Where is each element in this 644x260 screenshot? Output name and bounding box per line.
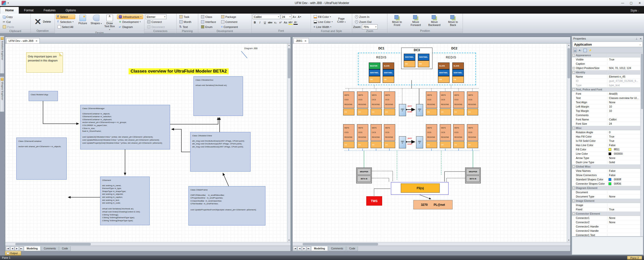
maximize-button[interactable]: ▢	[627, 0, 635, 6]
close-icon[interactable]: ✕	[304, 40, 306, 42]
class-box-celementmanager[interactable]: Class CElementManager CElementContainer …	[80, 105, 170, 149]
close-icon[interactable]: ✕	[35, 40, 37, 42]
property-row[interactable]: Standard Shapes Color 0080ff	[572, 177, 643, 182]
zoom-level-combo[interactable]: 75%▾	[362, 24, 378, 29]
comment-button[interactable]: Comment	[219, 19, 240, 24]
redis-stack-dc2-slave-1[interactable]: SLAVE SENTINEL VM	[438, 62, 450, 83]
tab-code[interactable]: Code	[59, 246, 71, 251]
diagram-corner-label[interactable]: Diagram JBB	[244, 47, 258, 50]
tab-format[interactable]: Format	[19, 7, 38, 14]
first-page-button[interactable]: |◀	[293, 247, 297, 251]
property-value[interactable]: type_text	[608, 84, 643, 87]
diagram-title[interactable]: Classes overview for UltraFluid Modeler …	[129, 68, 229, 74]
left-doc-vertical-scrollbar[interactable]: ▲ ▼	[287, 44, 291, 242]
property-value[interactable]: 10	[608, 109, 643, 112]
mefs-stack[interactable]: MEFS CICS REGIONS VM	[453, 124, 464, 148]
tab-comments[interactable]: Comments	[41, 246, 59, 251]
draw-text-box-dropdown[interactable]: ADraw Text Box ▾	[104, 14, 115, 31]
property-row[interactable]: Line Color 000000	[572, 152, 643, 156]
solution-explorer-tab[interactable]: Solution Explorer	[0, 36, 4, 74]
task-button[interactable]: Task	[178, 14, 193, 19]
property-row[interactable]: Top Margin 10	[572, 109, 643, 113]
font-name-combo[interactable]: Calibri▾	[253, 14, 280, 19]
property-row[interactable]: - Appearance	[572, 53, 643, 57]
redis-stack-dc2-slave-2[interactable]: SLAVE SENTINEL VM	[452, 62, 464, 83]
mefs-stack[interactable]: MEFS CICS REGIONS VM	[343, 91, 354, 115]
line-color-dropdown[interactable]: Line Color▾	[312, 19, 334, 24]
package-button[interactable]: Package	[219, 14, 240, 19]
property-value[interactable]: None	[608, 195, 643, 198]
mefs-stack[interactable]: MEFS CICS REGIONS VM	[440, 91, 451, 115]
move-backward-button[interactable]: Move Backward	[427, 14, 442, 26]
mefs-stack[interactable]: MEFS CICS REGIONS VM	[384, 124, 395, 148]
tab-options[interactable]: Options	[61, 7, 81, 14]
cut-button[interactable]: ✂Cut	[1, 19, 16, 24]
categorized-view-icon[interactable]: ▤	[573, 49, 577, 52]
close-icon[interactable]: ✕	[640, 37, 642, 40]
mefs-stack[interactable]: MEFS CICS REGIONS VM	[357, 91, 368, 115]
property-row[interactable]: Has Fill Color True	[572, 135, 643, 139]
property-row[interactable]: Is Fill Solid Color True	[572, 139, 643, 143]
tab-code[interactable]: Code	[346, 246, 358, 251]
property-row[interactable]: Connector1 None	[572, 216, 643, 220]
property-row[interactable]: Dash Line Type Solid	[572, 160, 643, 165]
property-row[interactable]: - Text, Police and Font	[572, 87, 643, 92]
right-doc-tab[interactable]: JBB1✕	[294, 38, 309, 43]
output-panel-tab[interactable]: Output	[5, 251, 21, 255]
property-value[interactable]: 000000	[612, 152, 643, 155]
mefs-stack[interactable]: MEFS CICS REGIONS VM	[357, 124, 368, 148]
property-pages-icon[interactable]	[583, 49, 587, 52]
property-row[interactable]: - Misc	[572, 126, 643, 130]
bold-button[interactable]: B	[253, 20, 257, 25]
right-diagram-canvas[interactable]: DC1 DC2 DC3 REDIS REDIS MASTER SENTINEL …	[293, 44, 567, 242]
redis-stack-dc1-master[interactable]: MASTER SENTINEL VM	[369, 62, 380, 83]
tab-modeling[interactable]: Modeling	[24, 246, 41, 251]
class-box-cmodelerdoc[interactable]: Class CModelerDoc virtual void Serialize…	[193, 76, 243, 116]
property-value[interactable]: None	[608, 216, 643, 219]
property-value[interactable]: False	[608, 169, 643, 172]
class-box-celementcontainer[interactable]: Class CElementContainer vector<std::shar…	[16, 138, 67, 180]
property-row[interactable]: Arrow Type None	[572, 156, 643, 160]
delete-button[interactable]: Delete	[43, 20, 51, 23]
mefs-stack[interactable]: MEFS CICS REGIONS VM	[371, 91, 382, 115]
property-value[interactable]: Element n_45	[608, 75, 643, 78]
property-row[interactable]: - Connector Element	[572, 212, 643, 216]
tab-comments[interactable]: Comments	[328, 246, 346, 251]
property-row[interactable]: Comments	[572, 113, 643, 117]
property-row[interactable]: Caption	[572, 62, 643, 66]
diagram-button[interactable]: ↵Diagram	[117, 24, 143, 29]
property-row[interactable]: Font Size 24	[572, 122, 643, 126]
class-box-modeler1app[interactable]: Class Modeler1App	[29, 91, 58, 101]
class-box-cmodeler1view[interactable]: Class CModeler1View afx_msg void OnLButt…	[190, 132, 251, 172]
next-page-button[interactable]: ▶	[15, 247, 19, 251]
property-row[interactable]: Connector1 Handle	[572, 224, 643, 229]
redis-stack-dc1-slave[interactable]: SLAVE SENTINEL VM	[383, 62, 394, 83]
left-doc-tab[interactable]: UFM Dev - with JBB✕	[6, 38, 40, 43]
mefs-stack[interactable]: MEFS CICS REGIONS VM	[343, 124, 354, 148]
dc1-label[interactable]: DC1	[374, 47, 389, 50]
move-to-back-button[interactable]: Move to Back	[446, 14, 460, 26]
property-row[interactable]: Fixed True	[572, 207, 643, 212]
terminal-3270-box[interactable]: 3270 PL@net	[413, 200, 453, 209]
wrapper-box[interactable]: WRAPPER BETA 48	[465, 168, 481, 183]
redis-stack-dc3-sentinel-2[interactable]: SENTINEL VM	[418, 54, 429, 67]
property-row[interactable]: Rotation Angle 0	[572, 130, 643, 135]
property-row[interactable]: Font Name Calibri	[572, 117, 643, 122]
shapes-dropdown[interactable]: Shapes ▾	[90, 14, 102, 25]
grow-font-button[interactable]: A▲	[292, 14, 297, 19]
property-row[interactable]: Connector2 None	[572, 220, 643, 224]
mefs-stack[interactable]: MEFS CICS REGIONS VM	[440, 124, 451, 148]
fill-color-dropdown[interactable]: Fill Color▾	[312, 14, 334, 19]
selection-dropdown[interactable]: Selection▾	[56, 19, 75, 24]
property-row[interactable]: Document	[572, 190, 643, 194]
text-button[interactable]: TrText	[178, 24, 193, 29]
strikethrough-button[interactable]: abc	[268, 20, 273, 25]
mefs-stack[interactable]: MEFS CICS REGIONS VM	[426, 91, 437, 115]
property-value[interactable]: False	[608, 144, 643, 147]
font-size-combo[interactable]: 24▾	[281, 14, 292, 19]
pin-icon[interactable]: ⊥	[635, 37, 638, 40]
left-doc-horizontal-scrollbar[interactable]	[5, 242, 291, 246]
move-forward-button[interactable]: Move Forward	[408, 14, 423, 26]
sticky-note[interactable]: Only important types are presented in th…	[26, 52, 63, 73]
property-value[interactable]: None	[608, 101, 643, 104]
